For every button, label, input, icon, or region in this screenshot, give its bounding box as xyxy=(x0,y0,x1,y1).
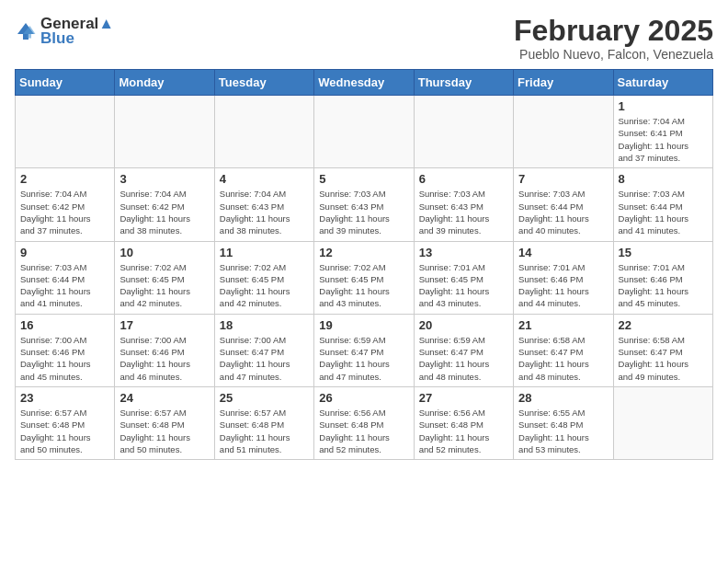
calendar-day-cell: 20Sunrise: 6:59 AM Sunset: 6:47 PM Dayli… xyxy=(414,314,513,386)
calendar-day-cell xyxy=(115,96,214,168)
calendar-table: SundayMondayTuesdayWednesdayThursdayFrid… xyxy=(15,69,713,460)
day-info: Sunrise: 6:59 AM Sunset: 6:47 PM Dayligh… xyxy=(319,334,408,383)
calendar-week-row: 16Sunrise: 7:00 AM Sunset: 6:46 PM Dayli… xyxy=(16,314,713,386)
calendar-day-cell: 11Sunrise: 7:02 AM Sunset: 6:45 PM Dayli… xyxy=(214,241,313,314)
day-info: Sunrise: 6:56 AM Sunset: 6:48 PM Dayligh… xyxy=(419,407,508,455)
calendar-day-cell: 2Sunrise: 7:04 AM Sunset: 6:42 PM Daylig… xyxy=(16,168,115,241)
calendar-day-cell xyxy=(613,386,712,459)
day-number: 18 xyxy=(220,318,309,332)
calendar-day-header: Saturday xyxy=(613,70,712,96)
calendar-day-header: Thursday xyxy=(414,70,513,96)
calendar-day-cell: 22Sunrise: 6:58 AM Sunset: 6:47 PM Dayli… xyxy=(613,314,712,386)
calendar-day-cell: 6Sunrise: 7:03 AM Sunset: 6:43 PM Daylig… xyxy=(414,168,513,241)
day-info: Sunrise: 7:01 AM Sunset: 6:45 PM Dayligh… xyxy=(419,261,508,310)
day-number: 21 xyxy=(518,318,608,332)
calendar-day-cell: 21Sunrise: 6:58 AM Sunset: 6:47 PM Dayli… xyxy=(514,314,613,386)
day-number: 16 xyxy=(20,318,109,332)
day-number: 14 xyxy=(518,246,608,259)
calendar-day-cell: 24Sunrise: 6:57 AM Sunset: 6:48 PM Dayli… xyxy=(115,386,214,459)
calendar-day-header: Monday xyxy=(115,70,214,96)
day-info: Sunrise: 7:03 AM Sunset: 6:44 PM Dayligh… xyxy=(20,261,109,310)
calendar-day-cell: 13Sunrise: 7:01 AM Sunset: 6:45 PM Dayli… xyxy=(414,241,513,314)
day-info: Sunrise: 7:00 AM Sunset: 6:47 PM Dayligh… xyxy=(220,334,309,383)
calendar-day-header: Friday xyxy=(514,70,613,96)
calendar-day-header: Wednesday xyxy=(314,70,414,96)
calendar-day-cell: 28Sunrise: 6:55 AM Sunset: 6:48 PM Dayli… xyxy=(514,386,613,459)
calendar-day-header: Tuesday xyxy=(214,70,313,96)
calendar-day-cell: 19Sunrise: 6:59 AM Sunset: 6:47 PM Dayli… xyxy=(314,314,414,386)
day-number: 10 xyxy=(119,246,209,259)
location-subtitle: Pueblo Nuevo, Falcon, Venezuela xyxy=(514,47,713,62)
calendar-day-cell: 10Sunrise: 7:02 AM Sunset: 6:45 PM Dayli… xyxy=(115,241,214,314)
calendar-day-cell: 16Sunrise: 7:00 AM Sunset: 6:46 PM Dayli… xyxy=(16,314,115,386)
calendar-day-cell: 3Sunrise: 7:04 AM Sunset: 6:42 PM Daylig… xyxy=(115,168,214,241)
calendar-day-cell xyxy=(314,96,414,168)
calendar-day-cell: 17Sunrise: 7:00 AM Sunset: 6:46 PM Dayli… xyxy=(115,314,214,386)
calendar-day-cell: 7Sunrise: 7:03 AM Sunset: 6:44 PM Daylig… xyxy=(514,168,613,241)
calendar-day-cell: 9Sunrise: 7:03 AM Sunset: 6:44 PM Daylig… xyxy=(16,241,115,314)
day-info: Sunrise: 7:04 AM Sunset: 6:41 PM Dayligh… xyxy=(619,115,708,164)
day-number: 27 xyxy=(419,391,508,405)
calendar-week-row: 23Sunrise: 6:57 AM Sunset: 6:48 PM Dayli… xyxy=(16,386,713,459)
day-info: Sunrise: 6:58 AM Sunset: 6:47 PM Dayligh… xyxy=(619,334,708,383)
day-number: 9 xyxy=(20,246,109,259)
day-info: Sunrise: 7:03 AM Sunset: 6:44 PM Dayligh… xyxy=(518,188,608,236)
day-number: 1 xyxy=(619,99,708,113)
month-title: February 2025 xyxy=(514,15,713,47)
calendar-week-row: 1Sunrise: 7:04 AM Sunset: 6:41 PM Daylig… xyxy=(16,96,713,168)
day-number: 19 xyxy=(319,318,408,332)
calendar-day-cell: 12Sunrise: 7:02 AM Sunset: 6:45 PM Dayli… xyxy=(314,241,414,314)
day-number: 3 xyxy=(119,172,209,186)
calendar-day-cell: 8Sunrise: 7:03 AM Sunset: 6:44 PM Daylig… xyxy=(613,168,712,241)
day-number: 5 xyxy=(319,172,408,186)
day-info: Sunrise: 6:57 AM Sunset: 6:48 PM Dayligh… xyxy=(119,407,209,455)
title-block: February 2025 Pueblo Nuevo, Falcon, Vene… xyxy=(514,15,713,62)
calendar-day-cell: 18Sunrise: 7:00 AM Sunset: 6:47 PM Dayli… xyxy=(214,314,313,386)
day-number: 11 xyxy=(220,246,309,259)
day-info: Sunrise: 6:59 AM Sunset: 6:47 PM Dayligh… xyxy=(419,334,508,383)
day-number: 6 xyxy=(419,172,508,186)
day-info: Sunrise: 7:00 AM Sunset: 6:46 PM Dayligh… xyxy=(119,334,209,383)
day-info: Sunrise: 7:00 AM Sunset: 6:46 PM Dayligh… xyxy=(20,334,109,383)
day-number: 12 xyxy=(319,246,408,259)
calendar-day-cell: 26Sunrise: 6:56 AM Sunset: 6:48 PM Dayli… xyxy=(314,386,414,459)
day-number: 25 xyxy=(220,391,309,405)
calendar-day-cell: 1Sunrise: 7:04 AM Sunset: 6:41 PM Daylig… xyxy=(613,96,712,168)
day-number: 28 xyxy=(518,391,608,405)
calendar-week-row: 9Sunrise: 7:03 AM Sunset: 6:44 PM Daylig… xyxy=(16,241,713,314)
calendar-day-cell: 4Sunrise: 7:04 AM Sunset: 6:43 PM Daylig… xyxy=(214,168,313,241)
calendar-day-cell: 5Sunrise: 7:03 AM Sunset: 6:43 PM Daylig… xyxy=(314,168,414,241)
day-info: Sunrise: 6:56 AM Sunset: 6:48 PM Dayligh… xyxy=(319,407,408,455)
day-number: 13 xyxy=(419,246,508,259)
day-info: Sunrise: 6:55 AM Sunset: 6:48 PM Dayligh… xyxy=(518,407,608,455)
calendar-week-row: 2Sunrise: 7:04 AM Sunset: 6:42 PM Daylig… xyxy=(16,168,713,241)
day-number: 15 xyxy=(619,246,708,259)
page-header: General▲ Blue February 2025 Pueblo Nuevo… xyxy=(15,15,713,62)
day-number: 4 xyxy=(220,172,309,186)
day-info: Sunrise: 6:57 AM Sunset: 6:48 PM Dayligh… xyxy=(20,407,109,455)
day-info: Sunrise: 7:04 AM Sunset: 6:42 PM Dayligh… xyxy=(119,188,209,236)
day-number: 17 xyxy=(119,318,209,332)
day-info: Sunrise: 7:04 AM Sunset: 6:42 PM Dayligh… xyxy=(20,188,109,236)
calendar-header-row: SundayMondayTuesdayWednesdayThursdayFrid… xyxy=(16,70,713,96)
calendar-day-cell: 27Sunrise: 6:56 AM Sunset: 6:48 PM Dayli… xyxy=(414,386,513,459)
calendar-day-cell xyxy=(414,96,513,168)
day-info: Sunrise: 7:02 AM Sunset: 6:45 PM Dayligh… xyxy=(119,261,209,310)
day-number: 26 xyxy=(319,391,408,405)
day-number: 20 xyxy=(419,318,508,332)
day-info: Sunrise: 7:03 AM Sunset: 6:43 PM Dayligh… xyxy=(319,188,408,236)
calendar-day-cell: 15Sunrise: 7:01 AM Sunset: 6:46 PM Dayli… xyxy=(613,241,712,314)
day-number: 24 xyxy=(119,391,209,405)
calendar-day-cell: 14Sunrise: 7:01 AM Sunset: 6:46 PM Dayli… xyxy=(514,241,613,314)
day-info: Sunrise: 7:03 AM Sunset: 6:44 PM Dayligh… xyxy=(619,188,708,236)
calendar-day-header: Sunday xyxy=(16,70,115,96)
logo: General▲ Blue xyxy=(15,15,114,48)
day-number: 8 xyxy=(619,172,708,186)
day-info: Sunrise: 7:02 AM Sunset: 6:45 PM Dayligh… xyxy=(319,261,408,310)
day-number: 2 xyxy=(20,172,109,186)
calendar-day-cell: 25Sunrise: 6:57 AM Sunset: 6:48 PM Dayli… xyxy=(214,386,313,459)
day-info: Sunrise: 7:01 AM Sunset: 6:46 PM Dayligh… xyxy=(518,261,608,310)
day-info: Sunrise: 7:03 AM Sunset: 6:43 PM Dayligh… xyxy=(419,188,508,236)
day-number: 22 xyxy=(619,318,708,332)
calendar-day-cell xyxy=(214,96,313,168)
